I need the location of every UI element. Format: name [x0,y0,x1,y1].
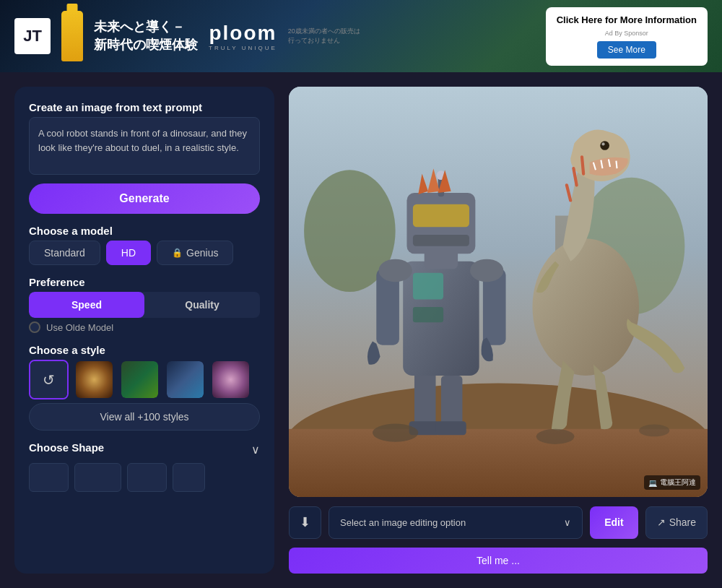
svg-rect-25 [413,235,469,246]
style-thumbnails: ↺ [29,360,260,399]
svg-point-18 [378,259,412,282]
image-svg [289,87,708,497]
svg-rect-12 [436,421,466,435]
prompt-input[interactable]: A cool robot stands in front of a dinosa… [29,117,260,175]
style-thumb-3[interactable] [165,360,205,399]
ad-jt-logo: JT [14,18,51,54]
style-thumb-inner-3 [167,361,204,398]
preference-buttons: Speed Quality [29,292,260,318]
ad-ploom-logo: ploom TRULY UNIQUE [209,22,277,51]
style-section: Choose a style ↺ [29,344,260,431]
ad-right-title: Click Here for More Information [557,14,697,25]
ad-ploom-sub: TRULY UNIQUE [209,45,277,51]
shape-option-2[interactable] [127,463,167,492]
shape-header[interactable]: Choose Shape ∨ [29,441,260,457]
ad-japanese-text: 未来へと導く－ 新時代の喫煙体験 [94,18,198,54]
style-thumb-0[interactable]: ↺ [29,360,69,399]
ad-see-more-button[interactable]: See More [597,41,656,59]
ad-ploom-name: ploom [209,22,277,45]
watermark-text: 電腦王阿達 [660,477,696,488]
shape-option-3[interactable] [173,463,205,492]
style-thumb-inner-0: ↺ [30,361,67,398]
svg-rect-15 [413,307,443,322]
right-panel: 💻 電腦王阿達 ⬇ Select an image editing option… [289,87,708,574]
left-panel: Create an image from text prompt A cool … [14,87,274,574]
download-icon: ⬇ [300,514,310,530]
editing-select[interactable]: Select an image editing option ∨ [329,506,583,539]
pref-speed[interactable]: Speed [29,292,144,318]
model-hd[interactable]: HD [106,241,151,265]
use-old-model-checkbox[interactable] [29,321,40,333]
create-title: Create an image from text prompt [29,101,260,113]
chevron-down-icon: ∨ [564,517,571,528]
reset-icon: ↺ [43,371,55,389]
svg-point-7 [600,141,609,150]
style-thumb-inner-4 [212,361,249,398]
editing-placeholder: Select an image editing option [340,517,466,528]
shape-option-0[interactable] [29,463,69,492]
model-genius-label: Genius [186,247,218,259]
svg-point-26 [373,423,418,441]
use-old-model-row: Use Olde Model [29,321,260,333]
ad-sponsor-label: Ad By Sponsor [605,30,648,37]
ad-right-content: Click Here for More Information Ad By Sp… [546,7,708,66]
share-label: Share [669,516,696,528]
preference-title: Preference [29,276,260,288]
model-section: Choose a model Standard HD 🔒 Genius [29,225,260,265]
svg-rect-14 [413,273,443,300]
generate-button[interactable]: Generate [29,183,260,214]
model-buttons: Standard HD 🔒 Genius [29,241,260,265]
view-all-styles-button[interactable]: View all +100 styles [29,403,260,431]
preference-section: Preference Speed Quality Use Olde Model [29,276,260,333]
ad-disclaimer: 20歳未満の者への販売は行っておりません [288,27,360,46]
watermark-icon: 💻 [648,479,657,487]
edit-button[interactable]: Edit [590,506,638,539]
style-title: Choose a style [29,344,260,356]
svg-rect-22 [413,204,469,228]
bottom-bar: ⬇ Select an image editing option ∨ Edit … [289,504,708,540]
style-thumb-inner-2 [121,361,158,398]
style-thumb-2[interactable] [120,360,160,399]
share-button[interactable]: ↗ Share [645,506,708,539]
model-standard[interactable]: Standard [29,241,100,265]
pref-quality[interactable]: Quality [144,292,260,318]
ad-banner: JT 未来へと導く－ 新時代の喫煙体験 ploom TRULY UNIQUE 2… [0,0,722,72]
svg-point-28 [639,424,669,436]
shape-options [29,463,260,492]
ad-left-content: JT 未来へと導く－ 新時代の喫煙体験 ploom TRULY UNIQUE 2… [14,11,360,61]
generate-more-bar[interactable]: Tell me ... [289,548,708,574]
main-content: Create an image from text prompt A cool … [0,72,722,588]
style-thumb-4[interactable] [211,360,251,399]
watermark: 💻 電腦王阿達 [644,475,700,490]
shape-title: Choose Shape [29,441,104,454]
lock-icon: 🔒 [172,248,183,258]
ad-bottle-image [61,11,83,61]
share-icon: ↗ [657,516,666,528]
chevron-down-icon: ∨ [251,443,260,457]
shape-option-1[interactable] [74,463,121,492]
svg-point-8 [601,142,604,145]
style-thumb-1[interactable] [74,360,114,399]
generated-image: 💻 電腦王阿達 [289,87,708,497]
prompt-section: Create an image from text prompt A cool … [29,101,260,214]
model-genius[interactable]: 🔒 Genius [157,241,233,265]
model-title: Choose a model [29,225,260,237]
svg-rect-10 [441,376,463,429]
shape-section: Choose Shape ∨ [29,441,260,492]
download-button[interactable]: ⬇ [289,506,321,539]
svg-point-6 [532,238,639,376]
svg-point-19 [470,259,503,282]
use-old-model-label: Use Olde Model [46,322,113,333]
style-thumb-inner-1 [76,361,113,398]
svg-rect-9 [414,368,436,428]
svg-point-27 [536,429,575,444]
